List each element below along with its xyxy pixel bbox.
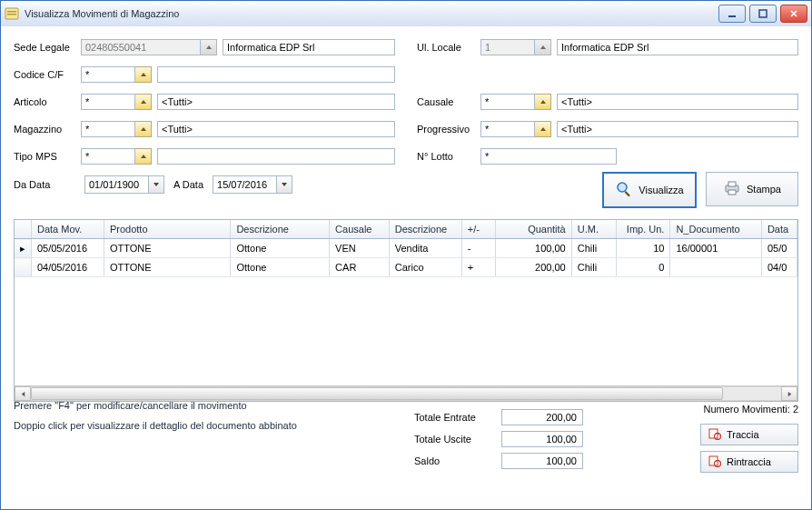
progressivo-code[interactable] <box>480 121 535 137</box>
saldo-label: Saldo <box>414 455 501 466</box>
cell-um: Chili <box>571 239 616 258</box>
app-icon <box>5 6 19 21</box>
da-data-dropdown[interactable] <box>148 175 164 194</box>
col-data-mov[interactable]: Data Mov. <box>31 220 104 239</box>
col-quantita[interactable]: Quantità <box>495 220 571 239</box>
progressivo-desc: <Tutti> <box>557 121 798 137</box>
row-selector-header[interactable] <box>15 220 31 239</box>
svg-rect-1 <box>7 11 16 13</box>
visualizza-button[interactable]: Visualizza <box>602 172 697 208</box>
cell-data-doc: 04/0 <box>761 258 797 277</box>
sede-legale-picker[interactable] <box>201 39 217 55</box>
cell-descrizione: Ottone <box>231 258 330 277</box>
rintraccia-button[interactable]: Rintraccia <box>700 451 798 473</box>
cell-segno: - <box>461 239 495 258</box>
visualizza-label: Visualizza <box>639 185 683 195</box>
cell-prodotto: OTTONE <box>104 239 230 258</box>
magazzino-desc: <Tutti> <box>157 121 395 137</box>
col-causale[interactable]: Causale <box>330 220 390 239</box>
cell-descr-caus: Vendita <box>389 239 461 258</box>
causale-code[interactable] <box>480 94 535 110</box>
codice-cf-code[interactable] <box>81 66 135 83</box>
cell-n-documento <box>670 258 762 277</box>
da-data-input[interactable] <box>84 175 148 194</box>
grid-horizontal-scrollbar[interactable] <box>15 385 797 401</box>
svg-rect-4 <box>759 10 767 17</box>
col-descrizione[interactable]: Descrizione <box>231 220 330 239</box>
codice-cf-picker[interactable] <box>135 66 152 83</box>
cell-data-mov: 04/05/2016 <box>31 258 104 277</box>
svg-rect-6 <box>625 191 631 197</box>
cell-descr-caus: Carico <box>389 258 461 277</box>
count-value: 2 <box>793 404 798 415</box>
tipo-mps-picker[interactable] <box>135 148 152 165</box>
right-footer: Numero Movimenti: 2 Traccia Rintraccia <box>700 404 798 473</box>
col-prodotto[interactable]: Prodotto <box>104 220 230 239</box>
col-um[interactable]: U.M. <box>571 220 616 239</box>
hint-f4: Premere "F4" per modificare/cancellare i… <box>14 400 297 411</box>
progressivo-label: Progressivo <box>417 124 475 135</box>
svg-point-5 <box>618 183 627 192</box>
retrace-icon <box>708 455 721 469</box>
rintraccia-label: Rintraccia <box>727 456 771 467</box>
row-indicator[interactable] <box>15 258 31 277</box>
count-label: Numero Movimenti: <box>703 404 789 415</box>
totals-panel: Totale Entrate Totale Uscite Saldo <box>414 407 583 473</box>
stampa-button[interactable]: Stampa <box>706 172 798 206</box>
n-lotto-label: N° Lotto <box>417 151 475 162</box>
cell-segno: + <box>461 258 495 277</box>
svg-rect-8 <box>728 182 736 186</box>
col-segno[interactable]: +/- <box>461 220 495 239</box>
totale-entrate-value <box>501 409 583 425</box>
magazzino-label: Magazzino <box>14 124 75 135</box>
causale-label: Causale <box>417 96 475 107</box>
scroll-right-icon[interactable] <box>781 386 797 401</box>
grid-header-row: Data Mov. Prodotto Descrizione Causale D… <box>15 220 797 239</box>
n-lotto-input[interactable] <box>480 148 617 165</box>
svg-rect-3 <box>728 15 736 17</box>
col-data-doc[interactable]: Data <box>761 220 797 239</box>
cell-data-mov: 05/05/2016 <box>31 239 104 258</box>
stampa-label: Stampa <box>747 184 781 195</box>
grid-row[interactable]: 04/05/2016 OTTONE Ottone CAR Carico + 20… <box>15 258 797 277</box>
col-descr-caus[interactable]: Descrizione <box>389 220 461 239</box>
grid-row[interactable]: ▸ 05/05/2016 OTTONE Ottone VEN Vendita -… <box>15 239 797 258</box>
cell-um: Chili <box>571 258 616 277</box>
close-button[interactable] <box>780 5 807 23</box>
cell-causale: VEN <box>330 239 390 258</box>
a-data-label: A Data <box>173 179 203 190</box>
scroll-left-icon[interactable] <box>15 386 31 401</box>
causale-picker[interactable] <box>535 94 551 110</box>
magnifier-icon <box>615 180 633 200</box>
app-window: Visualizza Movimenti di Magazzino Sede L… <box>0 0 812 510</box>
saldo-value <box>501 453 583 469</box>
magazzino-code[interactable] <box>81 121 135 137</box>
totale-uscite-label: Totale Uscite <box>414 434 501 445</box>
articolo-picker[interactable] <box>135 94 152 110</box>
maximize-button[interactable] <box>749 5 777 23</box>
scroll-thumb[interactable] <box>31 387 723 400</box>
traccia-button[interactable]: Traccia <box>700 424 798 445</box>
printer-icon <box>723 179 741 199</box>
a-data-input[interactable] <box>213 175 276 194</box>
row-indicator[interactable]: ▸ <box>15 239 31 258</box>
tipo-mps-desc <box>157 148 395 165</box>
trace-icon <box>708 427 721 442</box>
col-imp-un[interactable]: Imp. Un. <box>616 220 669 239</box>
col-n-documento[interactable]: N_Documento <box>670 220 762 239</box>
movement-count: Numero Movimenti: 2 <box>703 404 798 415</box>
scroll-track[interactable] <box>31 386 781 401</box>
action-bar: Visualizza Stampa <box>602 172 798 208</box>
articolo-code[interactable] <box>81 94 135 110</box>
ul-locale-picker[interactable] <box>535 39 551 55</box>
minimize-button[interactable] <box>718 5 746 23</box>
magazzino-picker[interactable] <box>135 121 152 137</box>
client-area: Sede Legale Informatica EDP Srl Codice C… <box>1 26 811 509</box>
tipo-mps-label: Tipo MPS <box>14 151 75 162</box>
tipo-mps-code[interactable] <box>81 148 135 165</box>
cell-data-doc: 05/0 <box>761 239 797 258</box>
progressivo-picker[interactable] <box>535 121 551 137</box>
a-data-dropdown[interactable] <box>276 175 292 194</box>
window-controls <box>718 5 807 23</box>
ul-locale-desc: Informatica EDP Srl <box>557 39 798 55</box>
